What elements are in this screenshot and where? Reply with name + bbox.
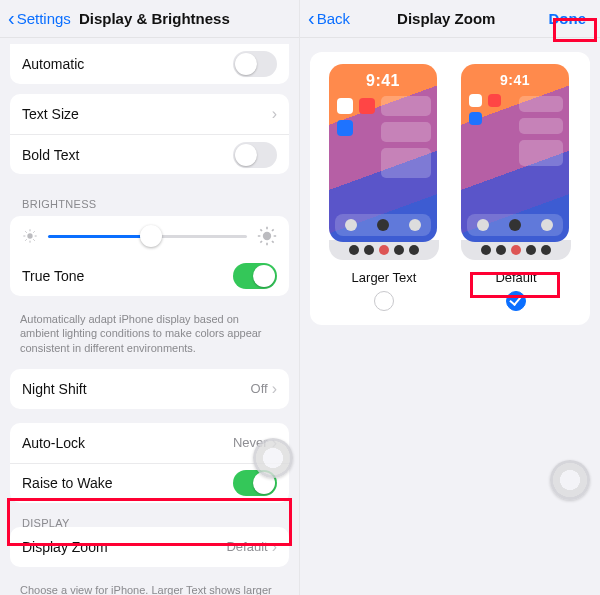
automatic-label: Automatic [22, 56, 233, 72]
zoom-preview-card: 9:41 Larger Text 9:41 [310, 52, 590, 325]
raise-to-wake-label: Raise to Wake [22, 475, 233, 491]
night-shift-value: Off [251, 381, 268, 396]
text-size-row[interactable]: Text Size › [10, 94, 289, 134]
night-shift-label: Night Shift [22, 381, 251, 397]
svg-line-7 [25, 239, 26, 240]
back-label: Back [317, 10, 350, 27]
display-zoom-footer: Choose a view for iPhone. Larger Text sh… [0, 577, 299, 595]
svg-line-6 [33, 239, 34, 240]
night-shift-row[interactable]: Night Shift Off › [10, 369, 289, 409]
brightness-thumb[interactable] [140, 225, 162, 247]
true-tone-row[interactable]: True Tone [10, 256, 289, 296]
svg-point-9 [263, 232, 271, 240]
bold-text-label: Bold Text [22, 147, 233, 163]
display-brightness-screen: ‹ Settings Display & Brightness Automati… [0, 0, 300, 595]
chevron-right-icon: › [272, 538, 277, 556]
preview-screen-default: 9:41 [461, 64, 569, 242]
option-label-default: Default [461, 270, 571, 285]
brightness-low-icon [22, 228, 38, 244]
auto-lock-label: Auto-Lock [22, 435, 233, 451]
svg-line-15 [272, 241, 274, 243]
radio-larger-text[interactable] [374, 291, 394, 311]
bold-text-row[interactable]: Bold Text [10, 134, 289, 174]
assistive-touch-button[interactable] [550, 460, 590, 500]
display-zoom-label: Display Zoom [22, 539, 226, 555]
svg-line-8 [33, 231, 34, 232]
chevron-left-icon: ‹ [8, 8, 15, 28]
back-label: Settings [17, 10, 71, 27]
preview-time: 9:41 [461, 72, 569, 88]
true-tone-label: True Tone [22, 268, 233, 284]
nav-bar-right: ‹ Back Display Zoom Done [300, 0, 600, 38]
back-button[interactable]: ‹ Back [308, 9, 350, 29]
preview-time: 9:41 [329, 72, 437, 90]
svg-point-0 [27, 233, 32, 238]
display-zoom-value: Default [226, 539, 267, 554]
brightness-slider-row[interactable] [10, 216, 289, 256]
svg-line-17 [272, 229, 274, 231]
auto-lock-row[interactable]: Auto-Lock Never › [10, 423, 289, 463]
nav-bar-left: ‹ Settings Display & Brightness [0, 0, 299, 38]
page-title: Display Zoom [350, 10, 542, 27]
display-zoom-screen: ‹ Back Display Zoom Done 9:41 Larger Te [300, 0, 600, 595]
chevron-right-icon: › [272, 105, 277, 123]
preview-default[interactable]: 9:41 Default [461, 64, 571, 285]
page-title: Display & Brightness [71, 10, 291, 27]
brightness-header: BRIGHTNESS [0, 184, 299, 216]
true-tone-footer: Automatically adapt iPhone display based… [0, 306, 299, 355]
chevron-left-icon: ‹ [308, 8, 315, 28]
text-size-label: Text Size [22, 106, 272, 122]
preview-larger-text[interactable]: 9:41 Larger Text [329, 64, 439, 285]
chevron-right-icon: › [272, 380, 277, 398]
display-header: DISPLAY [0, 513, 299, 527]
brightness-slider[interactable] [48, 235, 247, 238]
preview-screen-larger: 9:41 [329, 64, 437, 242]
svg-line-16 [260, 241, 262, 243]
automatic-toggle[interactable] [233, 51, 277, 77]
svg-line-5 [25, 231, 26, 232]
bold-text-toggle[interactable] [233, 142, 277, 168]
true-tone-toggle[interactable] [233, 263, 277, 289]
radio-default[interactable] [506, 291, 526, 311]
done-button[interactable]: Done [543, 8, 593, 29]
svg-line-14 [260, 229, 262, 231]
option-label-larger: Larger Text [329, 270, 439, 285]
display-zoom-row[interactable]: Display Zoom Default › [10, 527, 289, 567]
automatic-row[interactable]: Automatic [10, 44, 289, 84]
assistive-touch-button[interactable] [253, 438, 293, 478]
back-to-settings-button[interactable]: ‹ Settings [8, 9, 71, 29]
brightness-high-icon [257, 226, 277, 246]
raise-to-wake-row[interactable]: Raise to Wake [10, 463, 289, 503]
